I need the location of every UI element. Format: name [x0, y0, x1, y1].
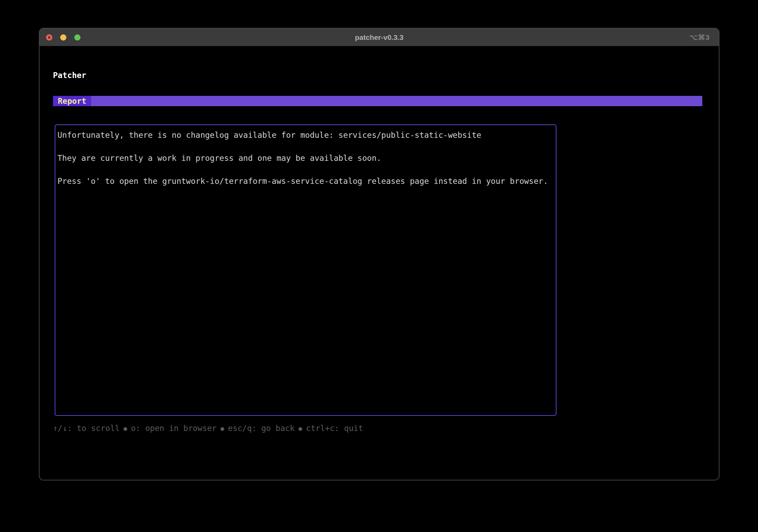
help-hint-scroll: ↑/↓: to scroll: [53, 423, 120, 434]
zoom-button[interactable]: [74, 34, 80, 41]
minimize-button[interactable]: [60, 34, 66, 41]
help-hint-open: o: open in browser: [131, 423, 217, 434]
window-titlebar[interactable]: patcher-v0.3.3 ⌥⌘3: [40, 29, 719, 46]
terminal-window: patcher-v0.3.3 ⌥⌘3 Patcher Report Unfort…: [39, 28, 719, 480]
tab-report[interactable]: Report: [53, 96, 91, 106]
help-hint-back: esc/q: go back: [228, 423, 295, 434]
help-bar: ↑/↓: to scroll ● o: open in browser ● es…: [53, 423, 363, 434]
traffic-lights: [46, 29, 80, 46]
app-heading: Patcher: [53, 70, 86, 81]
window-title: patcher-v0.3.3: [40, 29, 719, 46]
close-button[interactable]: [46, 34, 52, 41]
report-line: Unfortunately, there is no changelog ava…: [57, 129, 554, 141]
bullet-separator-icon: ●: [120, 423, 131, 434]
help-hint-quit: ctrl+c: quit: [306, 423, 363, 434]
report-line: Press 'o' to open the gruntwork-io/terra…: [57, 175, 554, 187]
changelog-report-viewport[interactable]: Unfortunately, there is no changelog ava…: [55, 124, 556, 416]
bullet-separator-icon: ●: [217, 423, 228, 434]
report-content: Unfortunately, there is no changelog ava…: [57, 129, 554, 187]
tab-bar: Report: [53, 96, 702, 106]
window-shortcut-hint: ⌥⌘3: [689, 29, 710, 46]
bullet-separator-icon: ●: [295, 423, 306, 434]
report-line: They are currently a work in progress an…: [57, 152, 554, 164]
